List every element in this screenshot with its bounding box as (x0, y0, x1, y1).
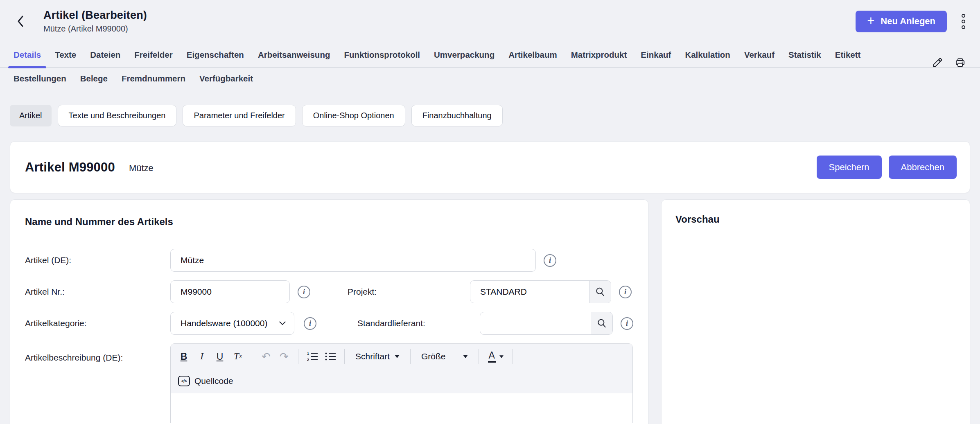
richtext-editor: B I U Tx ↶ ↷ 1 2 (170, 343, 633, 423)
top-header: Artikel (Bearbeiten) Mütze (Artikel M990… (0, 0, 980, 43)
title-block: Artikel (Bearbeiten) Mütze (Artikel M990… (43, 9, 147, 34)
caret-down-icon (395, 355, 400, 358)
tab-item[interactable]: Umverpackung (429, 43, 500, 67)
search-icon (596, 318, 607, 329)
standardlieferant-search-button[interactable] (591, 312, 612, 334)
toolbar-separator (410, 349, 411, 364)
artikelkategorie-select[interactable]: Handelsware (100000) (170, 312, 294, 335)
standardlieferant-input[interactable] (480, 312, 591, 334)
page-title: Artikel (Bearbeiten) (43, 9, 147, 22)
italic-button[interactable]: I (193, 347, 211, 366)
remove-format-button[interactable]: Tx (229, 347, 247, 366)
caret-down-icon (463, 355, 468, 358)
cancel-button[interactable]: Abbrechen (889, 156, 957, 179)
artikel-nr-label: Artikel Nr.: (25, 287, 170, 297)
standardlieferant-search-group (480, 312, 613, 335)
tab-item[interactable]: Bestellungen (8, 68, 72, 89)
projekt-input[interactable] (470, 281, 589, 303)
tab-item[interactable]: Eigenschaften (181, 43, 249, 67)
undo-button[interactable]: ↶ (257, 347, 275, 366)
section-pill[interactable]: Parameter und Freifelder (183, 105, 296, 126)
tab-item[interactable]: Arbeitsanweisung (253, 43, 336, 67)
font-size-dropdown[interactable]: Größe (415, 347, 474, 366)
form-card: Name und Nummer des Artikels Artikel (DE… (10, 199, 648, 424)
chevron-left-icon (16, 15, 25, 28)
tab-item[interactable]: Statistik (783, 43, 826, 67)
bullet-list-icon (324, 351, 336, 362)
chevron-down-icon (279, 321, 286, 325)
form-section-title: Name und Nummer des Artikels (25, 216, 633, 228)
preview-card: Vorschau (661, 199, 970, 424)
neu-anlegen-button[interactable]: + Neu Anlegen (856, 11, 947, 32)
tab-bar-secondary: BestellungenBelegeFremdnummernVerfügbark… (0, 68, 980, 89)
toolbar-separator (479, 349, 479, 364)
tab-item[interactable]: Etikett (830, 43, 866, 67)
article-subtitle: Mütze (129, 163, 154, 174)
info-icon[interactable]: i (619, 286, 632, 298)
ordered-list-button[interactable]: 1 2 (303, 347, 321, 366)
bullet-list-button[interactable] (321, 347, 339, 366)
info-icon[interactable]: i (298, 286, 310, 298)
tab-item[interactable]: Artikelbaum (503, 43, 562, 67)
code-icon: </> (178, 376, 190, 386)
form-row-artikel-nr-projekt: Artikel Nr.: i Projekt: i (25, 280, 633, 303)
projekt-search-group (470, 280, 611, 303)
font-family-dropdown[interactable]: Schriftart (350, 347, 405, 366)
artikel-nr-input[interactable] (170, 280, 290, 303)
kebab-menu-icon[interactable] (959, 11, 968, 32)
back-button[interactable] (12, 13, 29, 29)
plus-icon: + (867, 14, 874, 27)
toolbar-separator (298, 349, 298, 364)
print-icon[interactable] (954, 57, 966, 68)
tab-item[interactable]: Verkauf (739, 43, 780, 67)
artikelbeschreibung-label: Artikelbeschreibung (DE): (25, 343, 170, 363)
preview-title: Vorschau (675, 214, 956, 225)
info-icon[interactable]: i (304, 317, 316, 330)
article-header-card: Artikel M99000 Mütze Speichern Abbrechen (10, 141, 970, 193)
tab-item[interactable]: Details (8, 43, 46, 67)
tab-toolbar (932, 57, 966, 68)
tab-item[interactable]: Fremdnummern (116, 68, 191, 89)
toolbar-separator (344, 349, 345, 364)
underline-button[interactable]: U (211, 347, 229, 366)
bold-button[interactable]: B (175, 347, 193, 366)
section-pill[interactable]: Artikel (10, 105, 52, 126)
text-color-button[interactable]: A (484, 347, 508, 366)
tab-item[interactable]: Belege (75, 68, 113, 89)
tab-item[interactable]: Verfügbarkeit (194, 68, 258, 89)
search-icon (595, 286, 605, 297)
artikelkategorie-value: Handelsware (100000) (181, 318, 267, 328)
artikel-de-label: Artikel (DE): (25, 255, 170, 265)
tab-item[interactable]: Dateien (85, 43, 126, 67)
projekt-search-button[interactable] (589, 281, 611, 303)
projekt-label: Projekt: (348, 287, 470, 297)
tab-item[interactable]: Texte (50, 43, 81, 67)
tab-item[interactable]: Freifelder (129, 43, 178, 67)
edit-pencil-icon[interactable] (932, 57, 943, 68)
toolbar-separator (513, 349, 513, 364)
standardlieferant-label: Standardlieferant: (357, 318, 480, 328)
tab-bar-primary: DetailsTexteDateienFreifelderEigenschaft… (0, 43, 980, 68)
form-row-artikel-de: Artikel (DE): i (25, 249, 633, 272)
editor-content-area[interactable] (171, 393, 632, 423)
section-pills: ArtikelTexte und BeschreibungenParameter… (10, 105, 980, 126)
redo-button[interactable]: ↷ (275, 347, 293, 366)
tab-item[interactable]: Kalkulation (680, 43, 736, 67)
svg-text:1: 1 (307, 352, 309, 356)
save-button[interactable]: Speichern (817, 156, 882, 179)
artikelkategorie-label: Artikelkategorie: (25, 318, 170, 328)
form-row-beschreibung: Artikelbeschreibung (DE): B I U Tx ↶ ↷ (25, 343, 633, 423)
section-pill[interactable]: Online-Shop Optionen (302, 105, 405, 126)
toolbar-separator (252, 349, 252, 364)
tab-item[interactable]: Einkauf (635, 43, 676, 67)
info-icon[interactable]: i (621, 317, 633, 330)
section-pill[interactable]: Finanzbuchhaltung (411, 105, 503, 126)
caret-down-icon (499, 355, 504, 358)
source-code-button[interactable]: </> Quellcode (175, 372, 237, 390)
artikel-de-input[interactable] (170, 249, 536, 272)
info-icon[interactable]: i (544, 254, 556, 267)
section-pill[interactable]: Texte und Beschreibungen (58, 105, 177, 126)
tab-item[interactable]: Matrixprodukt (566, 43, 632, 67)
page-subtitle: Mütze (Artikel M99000) (43, 24, 147, 34)
tab-item[interactable]: Funktionsprotokoll (339, 43, 425, 67)
